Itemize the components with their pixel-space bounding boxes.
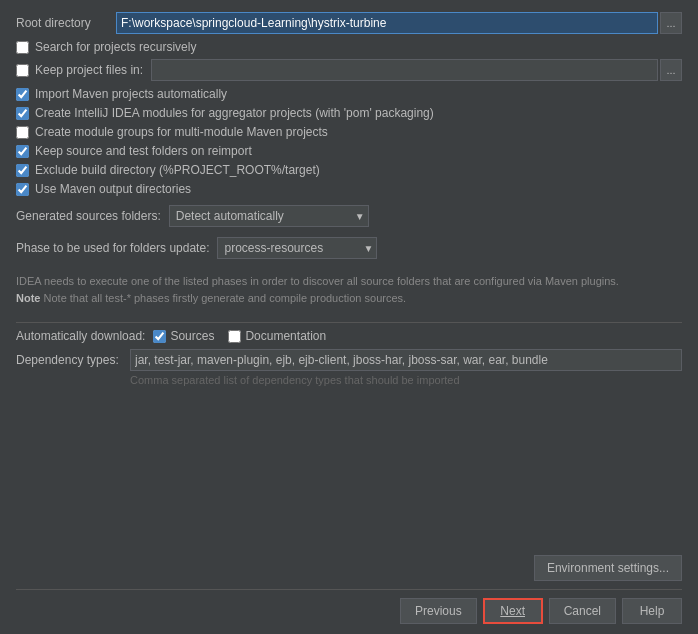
use-maven-output-label: Use Maven output directories bbox=[35, 182, 191, 196]
sources-label: Sources bbox=[170, 329, 214, 343]
phase-label: Phase to be used for folders update: bbox=[16, 241, 209, 255]
documentation-checkbox-group: Documentation bbox=[228, 329, 326, 343]
phase-select-wrapper: process-resources generate-resources com… bbox=[217, 237, 377, 259]
dependency-types-label: Dependency types: bbox=[16, 353, 126, 367]
info-line2: Note that all test-* phases firstly gene… bbox=[44, 292, 407, 304]
generated-sources-select-wrapper: Detect automatically Generated sources G… bbox=[169, 205, 369, 227]
help-button[interactable]: Help bbox=[622, 598, 682, 624]
next-button[interactable]: Next bbox=[483, 598, 543, 624]
info-line1: IDEA needs to execute one of the listed … bbox=[16, 275, 619, 287]
auto-download-label: Automatically download: bbox=[16, 329, 145, 343]
exclude-build-label: Exclude build directory (%PROJECT_ROOT%/… bbox=[35, 163, 320, 177]
maven-import-dialog: Root directory ... Search for projects r… bbox=[0, 0, 698, 634]
keep-source-folders-row: Keep source and test folders on reimport bbox=[16, 144, 682, 158]
import-maven-label: Import Maven projects automatically bbox=[35, 87, 227, 101]
root-directory-input[interactable] bbox=[116, 12, 658, 34]
generated-sources-select[interactable]: Detect automatically Generated sources G… bbox=[169, 205, 369, 227]
exclude-build-row: Exclude build directory (%PROJECT_ROOT%/… bbox=[16, 163, 682, 177]
generated-sources-row: Generated sources folders: Detect automa… bbox=[16, 205, 682, 227]
cancel-button[interactable]: Cancel bbox=[549, 598, 616, 624]
import-maven-checkbox[interactable] bbox=[16, 88, 29, 101]
create-module-groups-checkbox[interactable] bbox=[16, 126, 29, 139]
root-directory-row: Root directory ... bbox=[16, 12, 682, 34]
root-directory-browse-button[interactable]: ... bbox=[660, 12, 682, 34]
exclude-build-checkbox[interactable] bbox=[16, 164, 29, 177]
documentation-checkbox[interactable] bbox=[228, 330, 241, 343]
create-modules-label: Create IntelliJ IDEA modules for aggrega… bbox=[35, 106, 434, 120]
auto-download-row: Automatically download: Sources Document… bbox=[16, 329, 682, 343]
keep-source-folders-checkbox[interactable] bbox=[16, 145, 29, 158]
env-settings-row: Environment settings... bbox=[16, 555, 682, 581]
generated-sources-label: Generated sources folders: bbox=[16, 209, 161, 223]
sources-checkbox-group: Sources bbox=[153, 329, 214, 343]
sources-checkbox[interactable] bbox=[153, 330, 166, 343]
use-maven-output-row: Use Maven output directories bbox=[16, 182, 682, 196]
keep-source-folders-label: Keep source and test folders on reimport bbox=[35, 144, 252, 158]
keep-project-files-input[interactable] bbox=[151, 59, 658, 81]
create-modules-row: Create IntelliJ IDEA modules for aggrega… bbox=[16, 106, 682, 120]
phase-row: Phase to be used for folders update: pro… bbox=[16, 237, 682, 259]
keep-project-files-browse-button[interactable]: ... bbox=[660, 59, 682, 81]
search-recursively-label: Search for projects recursively bbox=[35, 40, 196, 54]
use-maven-output-checkbox[interactable] bbox=[16, 183, 29, 196]
search-recursively-checkbox[interactable] bbox=[16, 41, 29, 54]
root-directory-label: Root directory bbox=[16, 16, 116, 30]
documentation-label: Documentation bbox=[245, 329, 326, 343]
create-modules-checkbox[interactable] bbox=[16, 107, 29, 120]
dependency-types-input[interactable] bbox=[130, 349, 682, 371]
previous-button[interactable]: Previous bbox=[400, 598, 477, 624]
keep-project-files-label: Keep project files in: bbox=[35, 63, 143, 77]
import-maven-row: Import Maven projects automatically bbox=[16, 87, 682, 101]
divider bbox=[16, 322, 682, 323]
dependency-types-row: Dependency types: bbox=[16, 349, 682, 371]
create-module-groups-row: Create module groups for multi-module Ma… bbox=[16, 125, 682, 139]
info-note-label: Note bbox=[16, 292, 40, 304]
dependency-types-hint: Comma separated list of dependency types… bbox=[130, 374, 682, 386]
info-box: IDEA needs to execute one of the listed … bbox=[16, 269, 682, 310]
phase-select[interactable]: process-resources generate-resources com… bbox=[217, 237, 377, 259]
env-settings-button[interactable]: Environment settings... bbox=[534, 555, 682, 581]
footer: Previous Next Cancel Help bbox=[16, 589, 682, 634]
keep-project-files-checkbox[interactable] bbox=[16, 64, 29, 77]
search-recursively-row: Search for projects recursively bbox=[16, 40, 682, 54]
create-module-groups-label: Create module groups for multi-module Ma… bbox=[35, 125, 328, 139]
keep-project-files-row: Keep project files in: ... bbox=[16, 59, 682, 81]
